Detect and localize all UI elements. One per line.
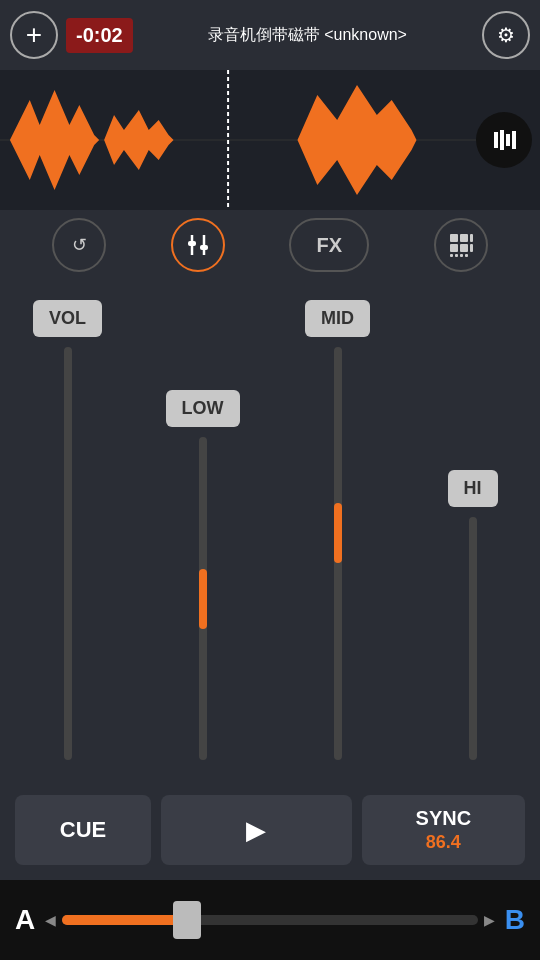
svg-rect-22 [470,234,473,242]
svg-rect-13 [200,245,208,250]
header: + -0:02 录音机倒带磁带 <unknown> ⚙ [0,0,540,70]
grid-button[interactable] [434,218,488,272]
hi-track [469,517,477,760]
vol-label[interactable]: VOL [33,300,102,337]
sync-label: SYNC [416,807,472,830]
mid-slider-container[interactable] [323,347,353,760]
svg-rect-15 [460,234,468,242]
play-button[interactable]: ▶ [161,795,352,865]
svg-rect-14 [450,234,458,242]
svg-rect-19 [455,254,458,257]
low-label[interactable]: LOW [166,390,240,427]
low-slider-track: LOW [173,300,233,760]
waveform-svg[interactable] [0,70,476,210]
low-thumb[interactable] [199,569,207,629]
svg-rect-11 [188,241,196,246]
mid-slider-track: MID [308,300,368,760]
toolbar: ↺ FX [0,210,540,280]
svg-rect-18 [450,254,453,257]
waveform-menu-button[interactable] [476,112,532,168]
crossfader: A ◀ ▶ B [0,880,540,960]
waveform-area [0,70,540,210]
deck-b-label: B [505,904,525,936]
deck-a-label: A [15,904,35,936]
bars-icon [490,126,518,154]
bottom-controls: CUE ▶ SYNC 86.4 [0,780,540,880]
svg-rect-8 [506,134,510,146]
time-display: -0:02 [66,18,133,53]
play-icon: ▶ [246,815,266,846]
crossfader-thumb[interactable] [173,901,201,939]
eq-icon [184,231,212,259]
loop-button[interactable]: ↺ [52,218,106,272]
svg-rect-23 [470,244,473,252]
crossfader-left-arrow: ◀ [45,912,56,928]
add-button[interactable]: + [10,11,58,59]
hi-slider-track: HI [443,300,503,760]
svg-rect-20 [460,254,463,257]
sync-bpm: 86.4 [426,832,461,853]
grid-icon [447,231,475,259]
crossfader-fill [62,915,187,925]
svg-rect-7 [500,130,504,150]
mixer: VOL LOW MID HI [0,280,540,780]
track-info: 录音机倒带磁带 <unknown> [141,25,474,46]
eq-button[interactable] [171,218,225,272]
crossfader-track[interactable] [62,915,478,925]
crossfader-wrapper: ◀ ▶ [45,912,495,928]
vol-slider-container[interactable] [53,347,83,760]
cue-button[interactable]: CUE [15,795,151,865]
crossfader-right-arrow: ▶ [484,912,495,928]
low-slider-container[interactable] [188,437,218,760]
svg-rect-6 [494,132,498,148]
fx-button[interactable]: FX [289,218,369,272]
svg-rect-9 [512,131,516,149]
svg-rect-16 [450,244,458,252]
mid-label[interactable]: MID [305,300,370,337]
mid-thumb[interactable] [334,503,342,563]
vol-slider-track: VOL [38,300,98,760]
vol-track [64,347,72,760]
sync-button[interactable]: SYNC 86.4 [362,795,525,865]
hi-label[interactable]: HI [448,470,498,507]
hi-slider-container[interactable] [458,517,488,760]
svg-rect-21 [465,254,468,257]
svg-rect-17 [460,244,468,252]
settings-button[interactable]: ⚙ [482,11,530,59]
